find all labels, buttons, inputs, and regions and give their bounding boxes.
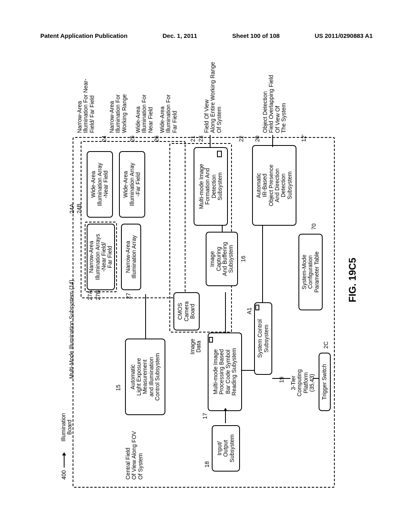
header-sheet: Sheet 100 of 108 xyxy=(232,32,280,39)
arrow-400 xyxy=(64,455,65,468)
ref-26: 26 xyxy=(153,135,160,142)
ref-70: 70 xyxy=(311,223,317,230)
out-narrow-working: Narrow-Area Illumination For Working Ran… xyxy=(109,56,127,133)
ref-27B: 27B xyxy=(95,290,101,300)
ref-21: 21 xyxy=(190,135,196,142)
box-io-subsystem: Input/ Output Subsystem xyxy=(212,425,240,472)
ref-24A: 24A xyxy=(69,204,75,214)
out-wide-near: Wide-Area Illumination For Near Field xyxy=(135,56,154,133)
header-center: Dec. 1, 2011 xyxy=(163,32,197,39)
out-fov-entire: Field Of View Along Entire Working Range… xyxy=(204,52,222,133)
rotated-wrapper: Multi-Mode Illumination Subsystem (14) I… xyxy=(48,52,371,492)
ref-27A: 27A xyxy=(87,290,93,300)
page-root: Patent Application Publication Dec. 1, 2… xyxy=(0,0,413,532)
header-pub: US 2011/0290883 A1 xyxy=(315,32,373,39)
line-9 xyxy=(272,378,290,379)
box-wide-near: Wide-Area Illumination Array -Near Field xyxy=(87,151,113,218)
box-narrow-array: Narrow-Area Illumination Array xyxy=(121,224,141,290)
label-three-tier: 3-Tier Computing Platform (35,43) xyxy=(290,355,315,411)
diagram: Multi-Mode Illumination Subsystem (14) I… xyxy=(48,52,371,492)
ref-A1: A1 xyxy=(246,308,252,314)
ref-24B: 24B xyxy=(76,204,82,214)
ref-27: 27 xyxy=(125,293,131,299)
content-area: Multi-Mode Illumination Subsystem (14) I… xyxy=(48,52,371,492)
multimode-label: Multi-Mode Illumination Subsystem (14) xyxy=(69,234,75,379)
line-10 xyxy=(313,378,319,379)
ref-20: 20 xyxy=(254,135,261,142)
box-system-control: System Control Subsystem xyxy=(254,302,272,375)
box-param-table: System-Mode Configuration Parameter Tabl… xyxy=(298,234,323,310)
ref-24: 24 xyxy=(101,135,107,142)
box-ir-object: Automatic IR-Based Object Presence And D… xyxy=(252,145,296,226)
central-fov-label: Central Field Of View Along FOV Of Syste… xyxy=(125,419,144,480)
illumination-board-label: Illumination Board xyxy=(60,403,73,451)
ref-18: 18 xyxy=(204,461,210,468)
out-wide-far: Wide-Area Illumination For Far Field xyxy=(159,56,178,133)
out-narrow-near-far: Narrow-Area Illumination For Near- Field… xyxy=(77,56,95,133)
line-3 xyxy=(225,292,226,332)
ref-2C: 2C xyxy=(323,341,329,349)
box-narrow-near-far: Narrow-Area Illumination Arrays -Near Fi… xyxy=(87,224,115,290)
chip-system-control xyxy=(255,305,259,310)
label-image-data: Image Data xyxy=(190,335,202,359)
ref-15: 15 xyxy=(115,384,121,391)
box-ale-subsystem: Automatic Light Exposure Measurement and… xyxy=(125,339,165,415)
ref-23: 23 xyxy=(198,135,204,142)
box-image-capture: Image Capturing And Buffering Subsystem xyxy=(206,232,238,286)
ref-16: 16 xyxy=(240,256,246,262)
line-1 xyxy=(145,294,146,339)
header-left: Patent Application Publication xyxy=(40,32,127,39)
ref-19: 19 xyxy=(278,376,285,383)
line-4 xyxy=(242,370,254,371)
page-header: Patent Application Publication Dec. 1, 2… xyxy=(40,32,373,39)
box-mm-image-processing: Multi-mode Image Processing Based Bar Co… xyxy=(208,332,242,411)
box-wide-far: Wide-Area Illumination Array -Far Field xyxy=(119,151,145,218)
ref-17: 17 xyxy=(202,413,208,419)
out-obj-detection: Object Detection Field Overlapping Field… xyxy=(262,52,287,133)
figure-label: FIG. 19C5 xyxy=(347,258,358,302)
line-5 xyxy=(262,226,263,302)
line-2 xyxy=(225,411,226,423)
line-7 xyxy=(210,135,211,147)
ref-22: 22 xyxy=(238,135,244,142)
chip-mm-processing xyxy=(209,337,213,343)
ref-25: 25 xyxy=(129,135,136,142)
box-trigger-switch: Trigger Switch xyxy=(319,353,331,411)
line-6 xyxy=(222,226,223,232)
line-8 xyxy=(272,135,273,147)
ref-400: 400 xyxy=(60,470,67,480)
ref-12p: 12' xyxy=(300,135,307,142)
